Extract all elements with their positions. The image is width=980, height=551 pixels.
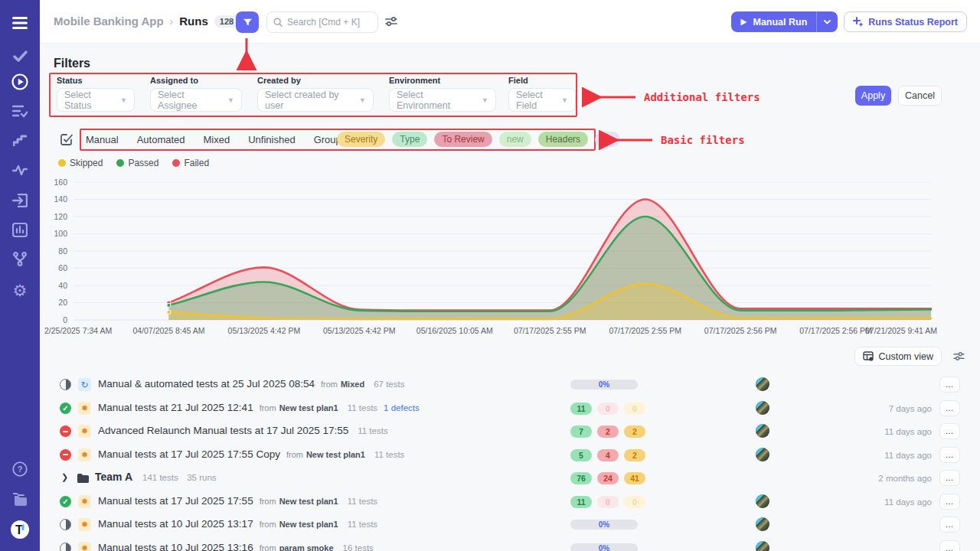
row-more-button[interactable]: … xyxy=(939,540,960,551)
from-label: from xyxy=(321,380,338,389)
hamburger-menu-icon[interactable] xyxy=(0,11,40,35)
basic-filter-unfinished[interactable]: Unfinished xyxy=(248,134,295,145)
result-badges: 1100 xyxy=(570,403,645,415)
run-title[interactable]: Advanced Relaunch Manual tests at 17 Jul… xyxy=(98,425,388,436)
test-plans-icon[interactable] xyxy=(0,99,40,123)
import-icon[interactable] xyxy=(0,188,40,213)
svg-text:07/17/2025 2:55 PM: 07/17/2025 2:55 PM xyxy=(514,326,586,335)
status-in_progress-icon xyxy=(60,543,71,551)
run-row[interactable]: ✹Manual tests at 17 Jul 2025 17:55 Copyf… xyxy=(43,444,969,468)
more-tags-button[interactable]: … xyxy=(595,132,620,147)
manual-run-caret-button[interactable] xyxy=(816,11,838,32)
funnel-icon xyxy=(243,18,253,28)
skipped-count-badge: 2 xyxy=(624,425,645,438)
plan-name[interactable]: Mixed xyxy=(341,380,364,389)
status-select[interactable]: Select Status▼ xyxy=(57,88,135,112)
tag-pill-to-review[interactable]: To Review xyxy=(434,132,492,147)
branches-icon[interactable] xyxy=(0,246,40,271)
search-input[interactable] xyxy=(287,17,371,28)
top-bar: Mobile Banking App › Runs 128 Manual Run xyxy=(40,0,980,44)
run-row[interactable]: ✓✹Manual tests at 17 Jul 2025 17:55fromN… xyxy=(43,491,969,514)
run-title[interactable]: Manual tests at 10 Jul 2025 13:16frompar… xyxy=(98,542,374,551)
run-title[interactable]: Manual tests at 17 Jul 2025 17:55 Copyfr… xyxy=(98,448,404,460)
assignee-select[interactable]: Select Assignee▼ xyxy=(150,88,242,112)
milestones-icon[interactable] xyxy=(0,128,40,152)
field-select[interactable]: Select Field▼ xyxy=(508,88,576,112)
row-more-button[interactable]: … xyxy=(939,377,960,393)
tag-pill-severity[interactable]: Severity xyxy=(337,132,385,147)
skipped-count-badge: 0 xyxy=(624,403,645,415)
plan-name[interactable]: param smoke xyxy=(279,543,334,551)
manual-run-button[interactable]: Manual Run xyxy=(731,11,816,32)
runs-status-report-button[interactable]: Runs Status Report xyxy=(844,11,967,32)
row-more-button[interactable]: … xyxy=(939,470,960,486)
pulse-icon[interactable] xyxy=(0,158,40,182)
passed-count-badge: 5 xyxy=(570,449,592,461)
group-title[interactable]: Team A xyxy=(95,471,132,483)
run-title[interactable]: Manual & automated tests at 25 Jul 2025 … xyxy=(98,378,404,390)
status-passed-icon: ✓ xyxy=(60,403,71,414)
filter-funnel-button[interactable] xyxy=(236,11,259,33)
search-adjust-icon[interactable] xyxy=(385,16,397,30)
projects-folder-icon[interactable] xyxy=(0,487,40,511)
from-label: from xyxy=(260,403,276,412)
select-placeholder: Select Assignee xyxy=(158,90,221,111)
run-type-manual-icon: ✹ xyxy=(78,425,91,438)
tag-pill-new[interactable]: new xyxy=(499,132,531,147)
compose-run-icon[interactable] xyxy=(60,132,74,149)
defects-link[interactable]: 1 defects xyxy=(384,403,420,412)
run-row[interactable]: ✓✹Manual tests at 21 Jul 2025 12:41fromN… xyxy=(43,397,969,421)
row-more-button[interactable]: … xyxy=(939,494,960,510)
run-row[interactable]: ↻Manual & automated tests at 25 Jul 2025… xyxy=(43,373,969,397)
run-row[interactable]: ✹Manual tests at 10 Jul 2025 13:17fromNe… xyxy=(43,514,969,537)
tests-count: 11 tests xyxy=(348,403,377,412)
run-type-manual-icon: ✹ xyxy=(78,518,91,531)
plan-name[interactable]: New test plan1 xyxy=(279,403,338,412)
avatar xyxy=(756,424,769,438)
breadcrumb-project[interactable]: Mobile Banking App xyxy=(54,15,164,28)
run-row[interactable]: ✹Advanced Relaunch Manual tests at 17 Ju… xyxy=(43,420,969,444)
select-placeholder: Select created by user xyxy=(265,90,353,111)
svg-text:140: 140 xyxy=(54,194,67,204)
basic-filter-automated[interactable]: Automated xyxy=(137,134,185,145)
tests-icon[interactable] xyxy=(0,44,40,68)
custom-view-button[interactable]: Custom view xyxy=(854,347,942,366)
run-group-row[interactable]: ❯Team A141 tests 35 runs7624412 months a… xyxy=(43,467,969,491)
passed-count-badge: 7 xyxy=(570,425,592,438)
sidebar: ⚙ ? T xyxy=(0,0,40,551)
table-adjust-icon[interactable] xyxy=(953,350,965,364)
run-title[interactable]: Manual tests at 21 Jul 2025 12:41fromNew… xyxy=(98,402,420,413)
tag-pill-headers[interactable]: Headers xyxy=(538,132,588,147)
row-more-button[interactable]: … xyxy=(939,517,960,533)
basic-filter-mixed[interactable]: Mixed xyxy=(204,134,230,145)
plan-name[interactable]: New test plan1 xyxy=(279,520,338,529)
run-title[interactable]: Manual tests at 17 Jul 2025 17:55fromNew… xyxy=(98,495,377,507)
search-box[interactable] xyxy=(266,11,378,33)
environment-select[interactable]: Select Environment▼ xyxy=(389,88,496,112)
tag-pill-type[interactable]: Type xyxy=(392,132,427,147)
row-more-button[interactable]: … xyxy=(939,400,960,416)
breadcrumb: Mobile Banking App › Runs 128 xyxy=(54,15,239,28)
passed-count-badge: 11 xyxy=(570,403,592,415)
legend-item-passed[interactable]: Passed xyxy=(116,158,158,168)
analytics-icon[interactable] xyxy=(0,217,40,242)
failed-count-badge: 2 xyxy=(597,425,619,438)
help-icon[interactable]: ? xyxy=(0,457,40,481)
runs-icon[interactable] xyxy=(0,70,40,94)
plan-name[interactable]: New test plan1 xyxy=(306,450,365,459)
app-logo[interactable]: T xyxy=(0,517,40,542)
legend-item-failed[interactable]: Failed xyxy=(172,158,209,168)
row-more-button[interactable]: … xyxy=(939,447,960,463)
legend-item-skipped[interactable]: Skipped xyxy=(58,158,103,168)
expand-chevron-icon[interactable]: ❯ xyxy=(61,472,68,482)
created-by-select[interactable]: Select created by user▼ xyxy=(257,88,374,112)
apply-button[interactable]: Apply xyxy=(855,86,891,106)
settings-gear-icon[interactable]: ⚙ xyxy=(0,279,40,303)
run-row[interactable]: ✹Manual tests at 10 Jul 2025 13:16frompa… xyxy=(43,537,969,551)
avatar xyxy=(756,541,769,551)
run-title[interactable]: Manual tests at 10 Jul 2025 13:17fromNew… xyxy=(98,518,377,530)
cancel-button[interactable]: Cancel xyxy=(898,86,942,106)
basic-filter-manual[interactable]: Manual xyxy=(86,134,119,145)
row-more-button[interactable]: … xyxy=(939,423,960,439)
plan-name[interactable]: New test plan1 xyxy=(279,497,338,506)
